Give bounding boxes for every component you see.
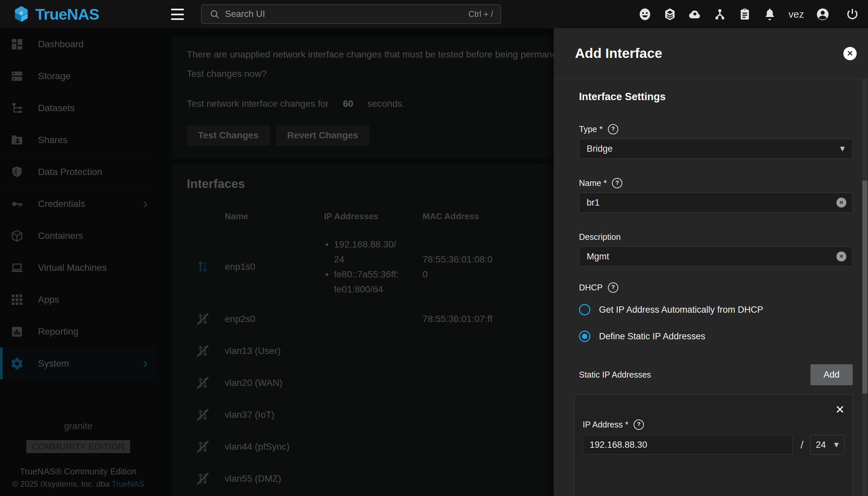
name-input[interactable]: br1 ✕	[579, 192, 853, 213]
help-icon[interactable]: ?	[612, 178, 622, 188]
type-select[interactable]: Bridge ▼	[579, 139, 853, 159]
clear-input-icon[interactable]: ✕	[836, 198, 847, 207]
dhcp-auto-radio[interactable]: Get IP Address Automatically from DHCP	[579, 301, 853, 319]
prefix-separator: /	[800, 439, 804, 451]
scrollbar-thumb[interactable]	[862, 181, 867, 393]
static-ips-label: Static IP Addresses	[579, 369, 651, 381]
feedback-smiley-icon[interactable]	[638, 7, 652, 21]
description-field-label: Description	[579, 231, 853, 243]
radio-unselected-icon	[579, 304, 590, 315]
prefix-length-select[interactable]: 24 ▼	[810, 435, 845, 455]
truenas-logo[interactable]: TrueNAS	[12, 5, 99, 23]
topbar-actions: vez	[638, 0, 859, 28]
directory-services-icon[interactable]	[713, 7, 727, 21]
dhcp-static-radio[interactable]: Define Static IP Addresses	[579, 328, 853, 345]
ip-address-field-label: IP Address * ?	[583, 419, 845, 430]
add-interface-panel: Add Interface ✕ Interface Settings Type …	[554, 28, 868, 496]
truenas-logo-icon	[12, 5, 31, 23]
topbar: TrueNAS Search UI Ctrl + / vez	[0, 0, 868, 28]
search-icon	[209, 9, 221, 20]
radio-selected-icon	[579, 331, 590, 342]
dhcp-field-label: DHCP ?	[579, 282, 853, 293]
help-icon[interactable]: ?	[608, 282, 618, 293]
logo-text: TrueNAS	[35, 5, 99, 23]
truenas-connect-cloud-icon[interactable]	[688, 7, 702, 21]
chevron-down-icon: ▼	[838, 144, 847, 153]
type-field-label: Type * ?	[579, 123, 853, 135]
search-input[interactable]: Search UI Ctrl + /	[201, 4, 501, 24]
help-icon[interactable]: ?	[633, 419, 644, 430]
add-static-ip-button[interactable]: Add	[810, 364, 853, 385]
menu-hamburger-icon[interactable]	[171, 9, 184, 20]
name-field-label: Name * ?	[579, 177, 853, 189]
panel-body: Interface Settings Type * ? Bridge ▼ Nam…	[554, 79, 861, 496]
static-ip-card: ✕ IP Address * ? 192.168.88.30 / 24 ▼	[574, 394, 853, 496]
search-placeholder: Search UI	[225, 9, 468, 19]
jobs-clipboard-icon[interactable]	[738, 7, 752, 21]
chevron-down-icon: ▼	[833, 440, 840, 449]
power-icon[interactable]	[845, 7, 859, 21]
panel-header: Add Interface ✕	[554, 28, 868, 79]
alerts-bell-icon[interactable]	[763, 7, 777, 21]
section-title: Interface Settings	[579, 91, 853, 103]
truecommand-icon[interactable]	[663, 7, 677, 21]
panel-scrollbar[interactable]	[862, 79, 867, 496]
panel-title: Add Interface	[575, 46, 662, 61]
clear-input-icon[interactable]: ✕	[836, 251, 847, 262]
description-input[interactable]: Mgmt ✕	[579, 247, 853, 266]
user-avatar-icon[interactable]	[816, 7, 830, 21]
help-icon[interactable]: ?	[608, 124, 618, 135]
close-panel-icon[interactable]: ✕	[843, 47, 857, 60]
remove-static-ip-icon[interactable]: ✕	[835, 403, 845, 416]
ip-address-input[interactable]: 192.168.88.30	[583, 435, 792, 455]
search-shortcut: Ctrl + /	[468, 9, 493, 19]
username-text: vez	[789, 9, 804, 20]
modal-backdrop[interactable]	[0, 28, 554, 496]
